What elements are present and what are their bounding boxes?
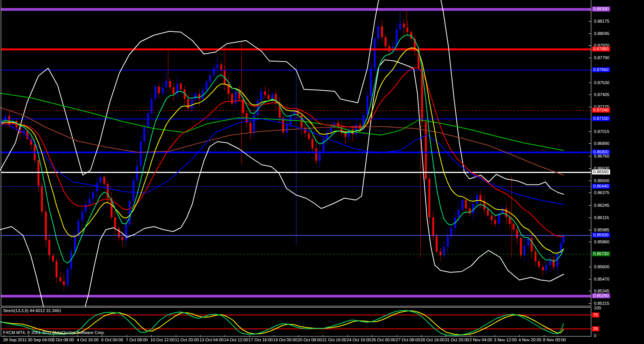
price-tick-label: 0.87790 bbox=[594, 55, 609, 60]
candle-bear bbox=[480, 195, 482, 201]
candle-bear bbox=[538, 261, 540, 267]
candle-bear bbox=[173, 88, 175, 94]
candle-bear bbox=[268, 95, 270, 99]
ema-mid-yellow bbox=[2, 48, 564, 253]
time-tick-mark bbox=[299, 335, 299, 337]
time-tick-mark bbox=[127, 335, 127, 337]
price-axis[interactable]: 0.881750.880450.879200.877900.875300.874… bbox=[592, 0, 644, 337]
candle-bear bbox=[403, 24, 405, 28]
candle-bull bbox=[450, 228, 452, 236]
candle-bull bbox=[527, 238, 529, 246]
candle-bear bbox=[312, 139, 314, 149]
time-tick-mark bbox=[151, 335, 152, 337]
stoch-axis-label: 100 bbox=[594, 306, 601, 311]
candle-bull bbox=[125, 225, 127, 240]
time-axis-label: 26 Oct 00:00 bbox=[371, 337, 395, 342]
stochastic-indicator-label: Stoch(13,3,5) 44.6012 31.3461 bbox=[3, 308, 62, 313]
candle-bear bbox=[52, 256, 54, 261]
candle-bear bbox=[264, 91, 266, 95]
candle-bear bbox=[432, 218, 434, 236]
price-tick-label: 0.86375 bbox=[594, 190, 609, 195]
candle-bear bbox=[107, 184, 109, 198]
candle-bear bbox=[542, 267, 544, 271]
band-upper bbox=[0, 0, 564, 194]
candle-bear bbox=[535, 252, 537, 261]
candle-bull bbox=[462, 200, 464, 210]
time-axis-label: 4 Nov 20:00 bbox=[519, 337, 541, 342]
candle-bull bbox=[286, 125, 288, 133]
candle-bull bbox=[260, 91, 262, 101]
candle-bull bbox=[151, 99, 153, 113]
candle-bear bbox=[180, 84, 182, 90]
price-tick-label: 0.85600 bbox=[594, 264, 609, 269]
candle-bull bbox=[257, 101, 259, 115]
time-tick-mark bbox=[28, 335, 29, 337]
candle-bull bbox=[235, 91, 237, 104]
candle-bear bbox=[381, 27, 383, 37]
price-level-label: 0.85930 bbox=[592, 233, 610, 238]
candle-bull bbox=[100, 177, 102, 183]
candle-bear bbox=[315, 149, 317, 161]
time-tick-mark bbox=[323, 335, 323, 337]
price-tick-label: 0.85470 bbox=[594, 277, 609, 282]
candle-bull bbox=[165, 81, 167, 88]
candle-bull bbox=[399, 24, 401, 30]
time-tick-mark bbox=[274, 335, 274, 337]
time-tick-mark bbox=[372, 335, 372, 337]
time-tick-mark bbox=[544, 335, 544, 337]
candle-bull bbox=[209, 75, 211, 82]
candle-bear bbox=[308, 133, 310, 139]
candle-bull bbox=[330, 128, 332, 133]
price-level-label: 0.85730 bbox=[592, 251, 610, 256]
price-tick-label: 0.88045 bbox=[594, 31, 609, 36]
candle-bull bbox=[546, 265, 547, 271]
price-level-label: 0.85290 bbox=[592, 293, 610, 298]
candle-bear bbox=[158, 87, 160, 93]
time-tick-mark bbox=[102, 335, 102, 337]
candle-bull bbox=[374, 39, 376, 68]
ema-fast-green bbox=[2, 35, 564, 263]
ma-lime bbox=[0, 93, 564, 151]
price-level-label: 0.88300 bbox=[592, 7, 610, 12]
stoch-axis-label: 75 bbox=[592, 312, 599, 317]
time-axis-label: 2 Nov 04:00 bbox=[469, 337, 492, 342]
candle-bull bbox=[162, 88, 164, 93]
band-lower bbox=[0, 60, 564, 307]
candle-bear bbox=[60, 278, 62, 281]
candle-bear bbox=[513, 224, 515, 230]
candle-bull bbox=[155, 87, 157, 99]
price-level-label: 0.87240 bbox=[592, 108, 610, 113]
candle-bull bbox=[133, 180, 135, 201]
time-axis-label: 13 Oct 04:00 bbox=[199, 337, 224, 342]
candle-bull bbox=[143, 128, 145, 142]
time-axis-label: 8 Nov 00:00 bbox=[543, 337, 566, 342]
time-axis-label: 4 Oct 16:00 bbox=[77, 337, 98, 342]
main-chart-canvas[interactable] bbox=[0, 0, 591, 307]
time-tick-mark bbox=[347, 335, 348, 337]
candle-bull bbox=[129, 201, 131, 225]
candle-bull bbox=[272, 94, 274, 99]
price-tick-label: 0.87405 bbox=[594, 92, 609, 97]
stoch-axis-label: 25 bbox=[592, 326, 599, 331]
time-tick-mark bbox=[470, 335, 470, 337]
time-tick-mark bbox=[495, 335, 495, 337]
time-tick-mark bbox=[77, 335, 78, 337]
price-tick-label: 0.86115 bbox=[594, 215, 609, 220]
price-tick-label: 0.85860 bbox=[594, 239, 609, 244]
candle-bull bbox=[74, 236, 76, 252]
candle-bull bbox=[191, 100, 193, 109]
time-tick-mark bbox=[249, 335, 250, 337]
time-tick-mark bbox=[397, 335, 397, 337]
time-axis-label: 28 Oct 16:00 bbox=[420, 337, 445, 342]
time-tick-mark bbox=[53, 335, 53, 337]
price-level-label: 0.86800 bbox=[592, 150, 610, 155]
time-axis-label: 14 Oct 12:00 bbox=[224, 337, 248, 342]
time-axis[interactable]: 28 Sep 201130 Sep 04:003 Oct 08:004 Oct … bbox=[0, 337, 644, 344]
time-axis-label: 24 Oct 16:00 bbox=[347, 337, 371, 342]
time-axis-label: 11 Oct 20:00 bbox=[175, 337, 199, 342]
candle-bull bbox=[82, 212, 83, 221]
time-axis-label: 28 Sep 2011 bbox=[3, 337, 27, 342]
time-tick-mark bbox=[519, 335, 520, 337]
price-level-label: 0.87150 bbox=[592, 116, 610, 121]
candle-bull bbox=[89, 199, 91, 204]
